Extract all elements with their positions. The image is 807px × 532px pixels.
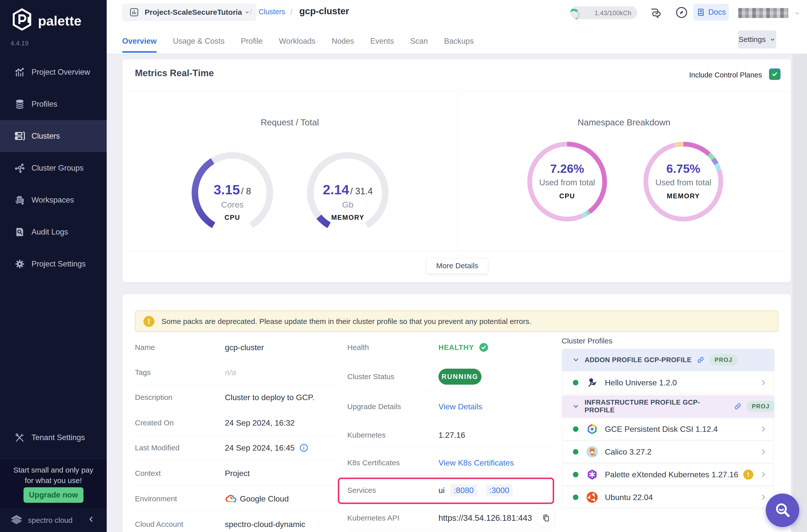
sidebar-item-label: Workspaces [32,195,74,205]
memory-gauge-value: 2.14 / 31.4 [305,182,390,197]
sidebar-footer: spectro cloud [0,509,107,532]
chevron-down-icon[interactable] [794,10,801,17]
collapse-sidebar-icon[interactable] [87,515,95,524]
infrastructure-profile-section-header[interactable]: INFRASTRUCTURE PROFILE GCP-PROFILE PROJ [562,395,774,418]
orbit-icon [14,194,25,206]
addon-scope-badge: PROJ [710,354,737,366]
namespace-memory-percent: 6.75% [641,162,726,176]
pack-row-hello-universe[interactable]: Hello Universe 1.2.0 [562,372,774,394]
project-chart-icon [129,7,140,18]
upgrade-now-button[interactable]: Upgrade now [23,487,83,503]
ubuntu-icon [586,491,598,504]
sidebar-item-audit-logs[interactable]: Audit Logs [0,216,107,248]
more-details-button[interactable]: More Details [427,258,488,273]
chat-icon[interactable] [649,6,662,19]
infrastructure-scope-badge: PROJ [747,401,774,412]
pack-name: Calico 3.27.2 [605,447,652,457]
copy-icon [542,514,551,522]
service-name: ui [438,486,445,495]
docs-button[interactable]: Docs [693,4,729,21]
link-icon [734,402,742,410]
node-graph-icon [14,162,25,174]
namespace-cpu-label: CPU [525,192,609,200]
compass-icon[interactable] [675,5,689,19]
footer-brand-label: spectro cloud [28,516,73,525]
view-k8s-certificates-link[interactable]: View K8s Certificates [438,458,514,468]
pack-warning-icon: ! [743,470,753,479]
chevron-right-icon [759,448,768,456]
page-title: gcp-cluster [299,6,349,17]
sidebar-item-workspaces[interactable]: Workspaces [0,184,107,216]
settings-button[interactable]: Settings [738,31,776,49]
tab-events[interactable]: Events [370,37,394,53]
service-port-link[interactable]: :8080 [450,484,477,496]
spectro-cloud-logo-icon [8,512,24,528]
cpu-gauge-unit: Cores [190,200,275,210]
sidebar-item-label: Profiles [32,100,57,109]
healthy-check-icon [478,342,489,353]
addon-profile-name: ADDON PROFILE GCP-PROFILE [585,356,692,364]
metrics-title: Metrics Real-Time [135,68,214,78]
google-cloud-icon [225,494,236,504]
tab-backups[interactable]: Backups [444,37,474,53]
tools-icon [14,432,25,443]
namespace-title: Namespace Breakdown [457,117,791,127]
sidebar-item-label: Project Settings [32,260,86,268]
sidebar-item-project-overview[interactable]: Project Overview [0,56,107,88]
breadcrumb-clusters-link[interactable]: Clusters [259,8,285,16]
pack-status-dot [573,380,578,385]
status-row-kubernetes: Kubernetes 1.27.16 [347,423,555,448]
sidebar-item-profiles[interactable]: Profiles [0,88,107,120]
tab-profile[interactable]: Profile [241,37,263,53]
tab-scan[interactable]: Scan [410,37,428,53]
sidebar-item-cluster-groups[interactable]: Cluster Groups [0,152,107,184]
pack-row-palette-extended-kubernetes[interactable]: Palette eXtended Kubernetes 1.27.16 ! [562,463,774,486]
view-details-link[interactable]: View Details [438,402,482,411]
sidebar-item-clusters[interactable]: Clusters [0,120,107,152]
sidebar-item-label: Cluster Groups [32,164,83,173]
calico-icon [586,445,598,458]
include-control-planes-checkbox[interactable] [769,69,781,80]
chevron-down-icon [769,36,776,43]
chevron-down-icon [572,356,580,364]
user-menu[interactable] [738,8,788,18]
detail-row-cloud-account: Cloud Account spectro-cloud-dynamic [135,512,337,532]
cpu-gauge-value: 3.15 / 8 [190,182,275,197]
memory-gauge-label: MEMORY [305,214,390,222]
sidebar-item-label: Audit Logs [32,228,68,236]
clusters-icon [14,130,25,142]
chevron-right-icon [759,470,768,479]
pack-name: GCE Persistent Disk CSI 1.12.4 [605,424,718,434]
usage-meter[interactable]: 1.43/100kCh [570,6,637,19]
service-port-link[interactable]: :3000 [486,484,513,496]
gear-icon [14,258,25,270]
usage-text: 1.43/100kCh [595,9,631,17]
pack-status-dot [573,472,578,477]
detail-row-created-on: Created On 24 Sep 2024, 16:32 [135,410,337,436]
sidebar-item-tenant-settings[interactable]: Tenant Settings [0,422,107,454]
info-icon[interactable] [299,443,308,453]
detail-row-name: Name gcp-cluster [135,335,337,360]
pack-row-calico[interactable]: Calico 3.27.2 [562,441,774,463]
project-selector[interactable]: Project-ScaleSecureTutoria [122,3,257,21]
palette-logo-icon [10,7,34,32]
scroll-gutter[interactable] [792,54,807,532]
upgrade-text-line2: for what you use! [0,475,107,486]
namespace-memory-label: MEMORY [641,192,726,200]
tab-workloads[interactable]: Workloads [279,37,316,53]
check-icon [771,71,778,78]
namespace-cpu-percent: 7.26% [525,162,609,176]
pack-row-ubuntu[interactable]: Ubuntu 22.04 [562,486,774,508]
tab-nodes[interactable]: Nodes [332,37,354,53]
addon-profile-section-header[interactable]: ADDON PROFILE GCP-PROFILE PROJ [562,349,774,371]
kubernetes-api-url: https://34.54.126.181:443 [438,513,532,523]
tab-usage-costs[interactable]: Usage & Costs [173,37,225,53]
search-beacon-fab[interactable] [766,494,799,527]
copy-button[interactable] [538,509,555,527]
status-row-health: Health HEALTHY [347,335,555,360]
pack-row-gce-persistent-disk[interactable]: GCE Persistent Disk CSI 1.12.4 [562,418,774,440]
palette-extended-kubernetes-icon [586,468,598,481]
tab-overview[interactable]: Overview [122,37,157,53]
sidebar-item-project-settings[interactable]: Project Settings [0,248,107,280]
status-row-kubernetes-api: Kubernetes API https://34.54.126.181:443 [347,506,555,531]
